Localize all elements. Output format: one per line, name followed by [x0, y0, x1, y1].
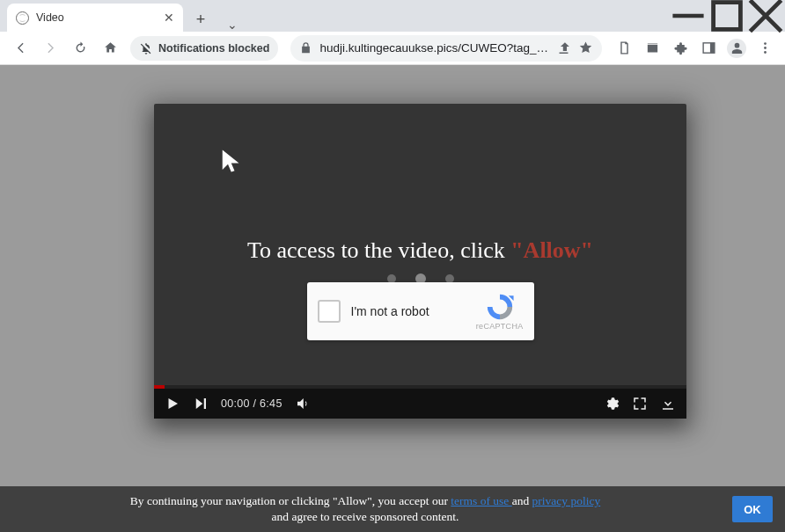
next-button[interactable] [193, 396, 209, 412]
recaptcha-icon [485, 292, 515, 322]
consent-ok-button[interactable]: OK [732, 496, 773, 522]
player-controls: 00:00 / 6:45 [154, 389, 686, 419]
forward-button[interactable] [37, 35, 63, 62]
page-viewport: To access to the video, click "Allow" I'… [0, 65, 785, 532]
consent-ok-label: OK [744, 503, 761, 516]
close-window-button[interactable] [746, 2, 785, 30]
svg-rect-2 [709, 43, 714, 53]
headline-allow: "Allow" [510, 237, 593, 263]
consent-text: By continuing your navigation or clickin… [12, 493, 718, 525]
reload-button[interactable] [67, 35, 93, 62]
tab-title: Video [36, 11, 64, 24]
home-button[interactable] [97, 35, 123, 62]
browser-toolbar: Notifications blocked hudji.kultingecauu… [0, 32, 785, 65]
video-player: To access to the video, click "Allow" I'… [154, 104, 686, 419]
svg-rect-0 [714, 3, 741, 30]
kebab-menu-icon[interactable] [752, 35, 778, 62]
consent-line2: and agree to receive sponsored content. [272, 510, 459, 523]
bookmark-star-icon[interactable] [578, 40, 593, 55]
consent-mid: and [512, 494, 532, 507]
window-controls [669, 0, 785, 32]
svg-point-4 [764, 47, 767, 49]
lock-icon [299, 41, 312, 55]
globe-icon [16, 11, 29, 25]
cursor-icon [219, 148, 246, 174]
downloads-icon[interactable] [639, 35, 665, 62]
playback-time: 00:00 / 6:45 [221, 397, 282, 410]
video-stage[interactable]: To access to the video, click "Allow" I'… [154, 104, 686, 419]
recaptcha-widget[interactable]: I'm not a robot reCAPTCHA [307, 282, 534, 340]
window-titlebar: Video ✕ + ⌄ [0, 0, 785, 32]
volume-button[interactable] [295, 396, 311, 412]
browser-tab[interactable]: Video ✕ [7, 4, 183, 32]
url-text: hudji.kultingecauukse.pics/CUWEO?tag_id=… [319, 41, 549, 55]
svg-point-3 [764, 42, 767, 45]
play-button[interactable] [165, 396, 180, 412]
back-button[interactable] [7, 35, 33, 62]
share-icon[interactable] [556, 40, 571, 55]
consent-bar: By continuing your navigation or clickin… [0, 486, 785, 532]
maximize-button[interactable] [708, 2, 746, 30]
recaptcha-label: I'm not a robot [351, 304, 429, 318]
profile-avatar[interactable] [723, 35, 750, 62]
tabs-overflow-icon[interactable]: ⌄ [213, 14, 252, 32]
install-app-icon[interactable] [611, 35, 637, 62]
settings-gear-icon[interactable] [604, 396, 620, 412]
recaptcha-badge: reCAPTCHA [476, 292, 524, 331]
overlay-headline: To access to the video, click "Allow" [154, 237, 686, 264]
terms-of-use-link[interactable]: terms of use [451, 494, 511, 507]
download-button[interactable] [660, 396, 676, 412]
new-tab-button[interactable]: + [188, 7, 213, 32]
extensions-icon[interactable] [667, 35, 693, 62]
recaptcha-caption: reCAPTCHA [476, 322, 524, 331]
address-bar[interactable]: hudji.kultingecauukse.pics/CUWEO?tag_id=… [290, 35, 602, 62]
svg-point-5 [764, 51, 767, 54]
consent-pre: By continuing your navigation or clickin… [130, 494, 451, 507]
toolbar-right-icons [611, 35, 778, 62]
fullscreen-button[interactable] [632, 396, 648, 412]
notifications-blocked-label: Notifications blocked [158, 42, 269, 55]
privacy-policy-link[interactable]: privacy policy [532, 494, 601, 507]
headline-text: To access to the video, click [247, 237, 510, 263]
notifications-blocked-chip[interactable]: Notifications blocked [130, 36, 278, 61]
minimize-button[interactable] [669, 2, 708, 30]
recaptcha-checkbox[interactable] [318, 300, 341, 323]
close-tab-icon[interactable]: ✕ [164, 11, 174, 25]
sidepanel-icon[interactable] [695, 35, 722, 62]
